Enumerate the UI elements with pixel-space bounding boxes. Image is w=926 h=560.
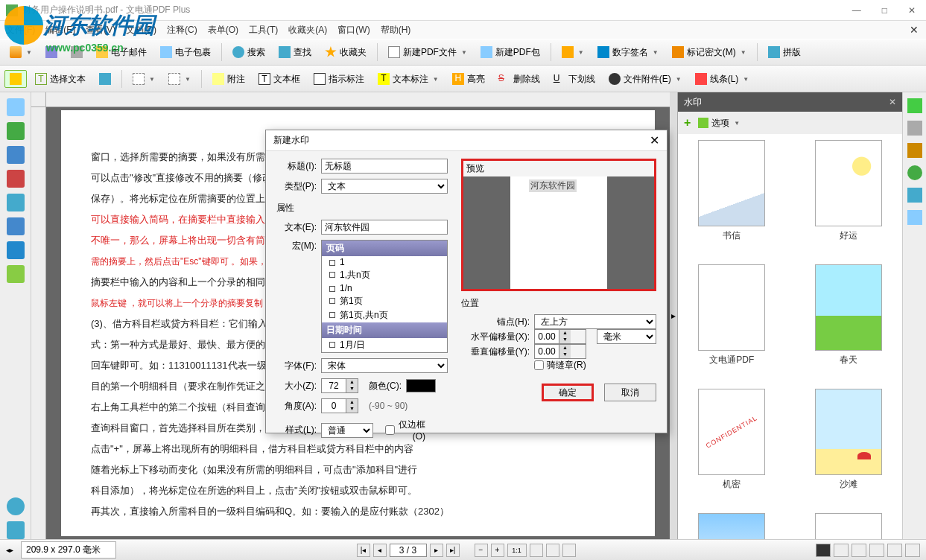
- textbox-button[interactable]: T文本框: [253, 70, 305, 89]
- menu-edit[interactable]: 编辑(E): [45, 24, 75, 36]
- zoom-out-button[interactable]: −: [475, 544, 488, 557]
- single-page-view[interactable]: [816, 544, 831, 557]
- actual-size-button[interactable]: 1:1: [507, 544, 527, 557]
- pin-icon[interactable]: [907, 165, 922, 180]
- strikethrough-button[interactable]: S删除线: [493, 70, 545, 89]
- font-select[interactable]: 宋体: [321, 358, 448, 373]
- imposition-button[interactable]: 拼版: [763, 43, 806, 62]
- outline-checkbox-label[interactable]: 仅边框(O): [385, 419, 425, 442]
- watermark-thumb[interactable]: 沙滩: [801, 389, 897, 491]
- first-page-button[interactable]: |◂: [357, 544, 370, 557]
- signatures-panel-icon[interactable]: [7, 170, 25, 188]
- menu-tools[interactable]: 工具(T): [249, 24, 278, 36]
- type-select[interactable]: 文本: [321, 179, 448, 194]
- note-button[interactable]: 附注: [207, 70, 250, 89]
- maximize-button[interactable]: □: [878, 5, 892, 16]
- file-attachment-button[interactable]: 文件附件(E)▼: [603, 70, 687, 89]
- snapshot-button[interactable]: [94, 70, 116, 88]
- menu-view[interactable]: 查看(V): [86, 24, 115, 36]
- search-button[interactable]: 搜索: [227, 43, 270, 62]
- menu-form[interactable]: 表单(O): [208, 24, 238, 36]
- menu-comment[interactable]: 注释(C): [167, 24, 197, 36]
- attachments-panel-icon[interactable]: [7, 217, 25, 235]
- facing-view[interactable]: [852, 544, 866, 557]
- fit-page-button[interactable]: [530, 544, 543, 557]
- close-tab-button[interactable]: ✕: [910, 24, 919, 36]
- panel-splitter[interactable]: ▸: [670, 92, 677, 539]
- image-icon[interactable]: [907, 188, 922, 203]
- fit-visible-button[interactable]: [562, 544, 576, 557]
- lock-button[interactable]: ▼: [556, 43, 589, 61]
- menu-file[interactable]: 文件(F): [6, 24, 35, 36]
- fit-width-button[interactable]: [546, 544, 559, 557]
- bookmark-icon[interactable]: [907, 143, 922, 158]
- prev-page-button[interactable]: ◂: [373, 544, 387, 557]
- digital-sign-button[interactable]: 数字签名▼: [592, 43, 664, 62]
- watermark-thumb[interactable]: 漂浮: [801, 513, 897, 539]
- hand-tool-button[interactable]: [4, 70, 27, 88]
- watermark-thumb[interactable]: 文电通PDF: [684, 264, 780, 366]
- size-spinner[interactable]: ▲▼: [321, 378, 358, 393]
- find-button[interactable]: 查找: [273, 43, 317, 62]
- last-page-button[interactable]: ▸|: [446, 544, 460, 557]
- favorites-button[interactable]: 收藏夹: [320, 43, 372, 62]
- menu-document[interactable]: 文档(D): [126, 24, 156, 36]
- ok-button[interactable]: 确定: [542, 384, 594, 401]
- facing-continuous-view[interactable]: [869, 544, 884, 557]
- book-continuous-view[interactable]: [905, 544, 920, 557]
- redact-button[interactable]: 标记密文(M)▼: [667, 43, 752, 62]
- package-button[interactable]: 电子包裹: [155, 43, 216, 62]
- highlight-button[interactable]: H高亮: [447, 70, 490, 89]
- watermark-thumb[interactable]: 春天: [801, 264, 897, 366]
- outline-checkbox[interactable]: [385, 425, 395, 435]
- menu-help[interactable]: 帮助(H): [381, 24, 411, 36]
- layers-panel-icon[interactable]: [7, 194, 25, 211]
- lock-icon[interactable]: [907, 121, 922, 136]
- menu-favorites[interactable]: 收藏夹(A): [288, 24, 327, 36]
- text-markup-button[interactable]: T文本标注▼: [372, 70, 444, 89]
- zoom-in-button[interactable]: +: [491, 544, 504, 557]
- angle-spinner[interactable]: ▲▼: [321, 398, 358, 413]
- page-input[interactable]: [390, 544, 427, 557]
- new-pdf-button[interactable]: 新建PDF文件▼: [383, 43, 472, 62]
- add-watermark-button[interactable]: +: [684, 116, 691, 130]
- watermark-thumb[interactable]: 好运: [801, 140, 897, 242]
- title-input[interactable]: [321, 159, 448, 174]
- comments-panel-icon[interactable]: [7, 146, 25, 164]
- text-input[interactable]: [321, 220, 448, 235]
- continuous-view[interactable]: [834, 544, 849, 557]
- next-page-button[interactable]: ▸: [430, 544, 443, 557]
- tags-panel-icon[interactable]: [7, 265, 25, 283]
- watermark-thumb[interactable]: 书信: [684, 140, 780, 242]
- panel-close-button[interactable]: ✕: [889, 97, 896, 107]
- dialog-close-button[interactable]: ✕: [650, 133, 659, 147]
- expand-handle[interactable]: ◂▸: [6, 546, 13, 554]
- cancel-button[interactable]: 取消: [604, 384, 656, 401]
- watermark-thumb[interactable]: CONFIDENTIAL机密: [684, 389, 780, 491]
- email-button[interactable]: 电子邮件: [91, 43, 152, 62]
- print-button[interactable]: [66, 43, 88, 61]
- unit-select[interactable]: 毫米: [597, 329, 656, 344]
- lines-button[interactable]: 线条(L)▼: [690, 70, 755, 89]
- photo-icon[interactable]: [907, 210, 922, 225]
- bookmarks-panel-icon[interactable]: [7, 122, 25, 140]
- search-panel-icon[interactable]: [7, 497, 25, 515]
- saddle-checkbox[interactable]: [534, 360, 544, 370]
- book-view[interactable]: [887, 544, 902, 557]
- anchor-select[interactable]: 左上方: [534, 314, 656, 329]
- pages-panel-icon[interactable]: [7, 98, 25, 116]
- macro-list[interactable]: 页码 1 1,共n页 1/n 第1页 第1页,共n页 日期时间 1月/日: [321, 240, 448, 353]
- close-button[interactable]: ✕: [904, 5, 920, 16]
- new-pdf-package-button[interactable]: 新建PDF包: [475, 43, 545, 62]
- style-select[interactable]: 普通: [321, 423, 373, 438]
- watermark-thumb[interactable]: 海天: [684, 513, 780, 539]
- underline-button[interactable]: U下划线: [548, 70, 600, 89]
- menu-window[interactable]: 窗口(W): [337, 24, 370, 36]
- crop2-button[interactable]: ▼: [163, 70, 196, 88]
- hoffset-spinner[interactable]: ▲▼: [534, 329, 586, 344]
- check-icon[interactable]: [907, 98, 922, 113]
- voffset-spinner[interactable]: ▲▼: [534, 344, 586, 359]
- saddle-checkbox-label[interactable]: 骑缝章(R): [534, 359, 603, 372]
- panel-options-button[interactable]: 选项▼: [698, 117, 740, 130]
- select-text-button[interactable]: T选择文本: [30, 70, 91, 89]
